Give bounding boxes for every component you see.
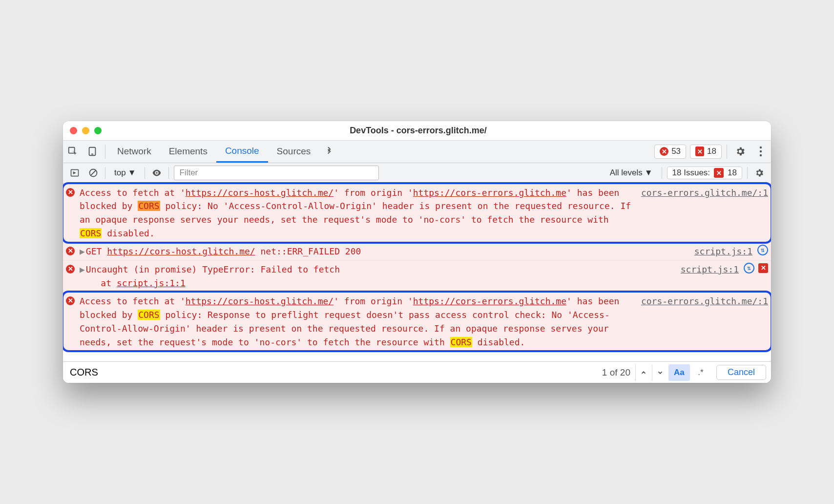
device-toolbar-icon[interactable] <box>83 141 102 163</box>
minimize-window-button[interactable] <box>82 127 89 134</box>
source-link[interactable]: script.js:1 <box>694 245 752 258</box>
titlebar: DevTools - cors-errors.glitch.me/ <box>63 121 771 141</box>
console-error-row[interactable]: ✕ Access to fetch at 'https://cors-host.… <box>63 184 771 243</box>
toggle-sidebar-icon[interactable] <box>68 166 82 180</box>
context-selector[interactable]: top ▼ <box>110 167 140 179</box>
svg-rect-0 <box>69 147 75 153</box>
network-icon[interactable]: ⇅ <box>757 245 768 255</box>
filter-input[interactable]: Filter <box>174 166 379 180</box>
error-icon: ✕ <box>66 296 77 305</box>
search-next-button[interactable] <box>652 364 668 381</box>
live-expression-icon[interactable] <box>150 166 164 180</box>
console-settings-icon[interactable] <box>752 166 766 180</box>
search-prev-button[interactable] <box>635 364 652 381</box>
svg-line-8 <box>91 170 96 175</box>
svg-point-3 <box>760 147 762 148</box>
error-icon: ✕ <box>66 265 77 273</box>
issue-icon[interactable]: ✕ <box>758 263 768 273</box>
error-icon: ✕ <box>66 188 77 197</box>
main-tabstrip: Network Elements Console Sources ✕ 53 ✕ … <box>63 141 771 163</box>
log-levels-selector[interactable]: All levels ▼ <box>606 168 657 178</box>
match-case-toggle[interactable]: Aa <box>668 364 690 381</box>
kebab-menu-icon[interactable] <box>751 141 771 163</box>
network-icon[interactable]: ⇅ <box>744 263 754 273</box>
tab-sources[interactable]: Sources <box>268 141 320 163</box>
issues-count: 18 <box>707 147 716 156</box>
tab-elements[interactable]: Elements <box>160 141 216 163</box>
window-controls <box>70 127 102 134</box>
close-window-button[interactable] <box>70 127 77 134</box>
settings-icon[interactable] <box>730 141 751 163</box>
console-output: ✕ Access to fetch at 'https://cors-host.… <box>63 184 771 362</box>
console-error-row[interactable]: ✕ ▶GET https://cors-host.glitch.me/ net:… <box>63 242 771 260</box>
disclosure-triangle-icon[interactable]: ▶ <box>80 264 85 274</box>
maximize-window-button[interactable] <box>94 127 102 134</box>
tab-console[interactable]: Console <box>216 141 268 163</box>
chevron-down-icon: ▼ <box>128 168 136 178</box>
search-match-count: 1 of 20 <box>597 367 635 378</box>
console-message: Access to fetch at 'https://cors-host.gl… <box>80 294 631 349</box>
more-tabs-icon[interactable] <box>319 141 339 163</box>
console-error-row[interactable]: ✕ ▶Uncaught (in promise) TypeError: Fail… <box>63 260 771 292</box>
inspect-element-icon[interactable] <box>63 141 83 163</box>
issues-count-badge[interactable]: ✕ 18 <box>690 145 722 159</box>
error-icon: ✕ <box>66 247 77 255</box>
tab-network[interactable]: Network <box>108 141 160 163</box>
window-title: DevTools - cors-errors.glitch.me/ <box>102 126 735 136</box>
clear-console-icon[interactable] <box>86 166 100 180</box>
error-count-badge[interactable]: ✕ 53 <box>654 145 686 159</box>
svg-point-5 <box>760 154 762 156</box>
error-count: 53 <box>671 147 681 156</box>
console-error-row[interactable]: ✕ Access to fetch at 'https://cors-host.… <box>63 292 771 351</box>
svg-point-9 <box>156 172 158 174</box>
source-link[interactable]: script.js:1 <box>681 263 739 276</box>
regex-toggle[interactable]: .* <box>690 364 711 381</box>
disclosure-triangle-icon[interactable]: ▶ <box>80 246 85 256</box>
chevron-down-icon: ▼ <box>645 168 653 178</box>
console-message: Access to fetch at 'https://cors-host.gl… <box>80 186 631 241</box>
search-cancel-button[interactable]: Cancel <box>716 365 766 380</box>
devtools-window: DevTools - cors-errors.glitch.me/ Networ… <box>63 121 771 383</box>
console-message: ▶GET https://cors-host.glitch.me/ net::E… <box>80 245 685 258</box>
svg-point-4 <box>760 150 762 152</box>
console-toolbar: top ▼ Filter All levels ▼ 18 Issues: ✕ 1… <box>63 163 771 184</box>
search-bar: 1 of 20 Aa .* Cancel <box>63 361 771 383</box>
issues-pill[interactable]: 18 Issues: ✕ 18 <box>667 167 742 179</box>
console-message: ▶Uncaught (in promise) TypeError: Failed… <box>80 263 671 290</box>
source-link[interactable]: cors-errors.glitch.me/:1 <box>641 294 768 308</box>
source-link[interactable]: cors-errors.glitch.me/:1 <box>641 186 768 200</box>
search-input[interactable] <box>63 362 597 383</box>
